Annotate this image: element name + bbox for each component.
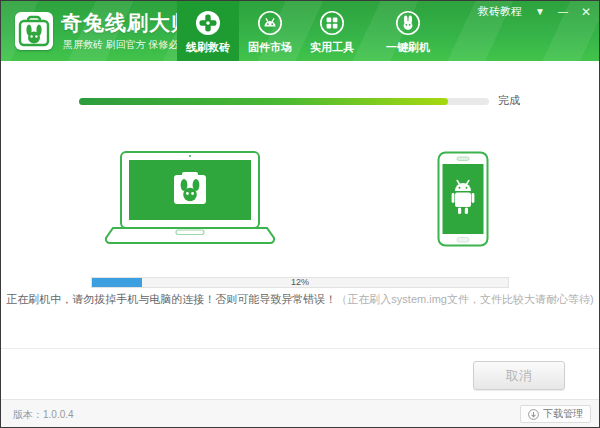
tab-label: 一键刷机: [386, 40, 430, 55]
tutorial-link[interactable]: 救砖教程: [478, 4, 522, 19]
tab-utility-tools[interactable]: 实用工具: [301, 1, 363, 61]
window-controls: 救砖教程 ▼ — ✕: [478, 4, 591, 19]
status-message: 正在刷机中，请勿拔掉手机与电脑的连接！否则可能导致异常错误！（正在刷入syste…: [1, 292, 599, 307]
status-message-note: （正在刷入system.img文件，文件比较大请耐心等待): [336, 293, 593, 305]
download-manager-label: 下载管理: [543, 407, 583, 421]
download-manager-button[interactable]: 下载管理: [520, 405, 591, 423]
cancel-button[interactable]: 取消: [473, 361, 565, 390]
tab-flash-rescue[interactable]: 线刷救砖: [177, 1, 239, 61]
minimize-icon[interactable]: —: [558, 6, 568, 18]
rabbit-toolbox-icon: [15, 12, 53, 50]
rabbit-icon: [395, 10, 421, 36]
android-phone-illustration: [437, 151, 489, 251]
overall-progress-label: 完成: [498, 93, 520, 108]
header: 奇兔线刷大师 黑屏救砖 刷回官方 保修必备 救砖教程 ▼ — ✕ 线刷救砖: [1, 1, 599, 61]
overall-progress-bar: [79, 98, 489, 105]
app-window: 奇兔线刷大师 黑屏救砖 刷回官方 保修必备 救砖教程 ▼ — ✕ 线刷救砖: [0, 0, 600, 428]
tab-firmware-market[interactable]: 固件市场: [239, 1, 301, 61]
grid-icon: [319, 10, 345, 36]
tab-label: 固件市场: [248, 40, 292, 55]
version-label: 版本：1.0.0.4: [13, 408, 74, 422]
status-message-main: 正在刷机中，请勿拔掉手机与电脑的连接！否则可能导致异常错误！: [6, 293, 336, 305]
laptop-illustration: [104, 151, 276, 250]
app-logo: [15, 12, 53, 50]
tab-label: 线刷救砖: [186, 40, 230, 55]
action-area-divider: [1, 348, 599, 349]
tab-label: 实用工具: [310, 40, 354, 55]
circled-down-arrow-icon: [528, 409, 539, 420]
app-subtitle: 黑屏救砖 刷回官方 保修必备: [63, 38, 189, 52]
close-icon[interactable]: ✕: [581, 6, 591, 18]
overall-progress-fill: [79, 98, 448, 105]
nav-tabs: 线刷救砖 固件市场: [177, 1, 439, 61]
footer-bar: 版本：1.0.0.4 下载管理: [1, 399, 599, 427]
flash-progress-percent: 12%: [91, 277, 509, 288]
dropdown-menu-icon[interactable]: ▼: [535, 6, 545, 18]
tab-one-key-flash[interactable]: 一键刷机: [377, 1, 439, 61]
dpad-cross-icon: [195, 10, 221, 36]
android-head-icon: [257, 10, 283, 36]
app-title: 奇兔线刷大师: [61, 9, 193, 37]
